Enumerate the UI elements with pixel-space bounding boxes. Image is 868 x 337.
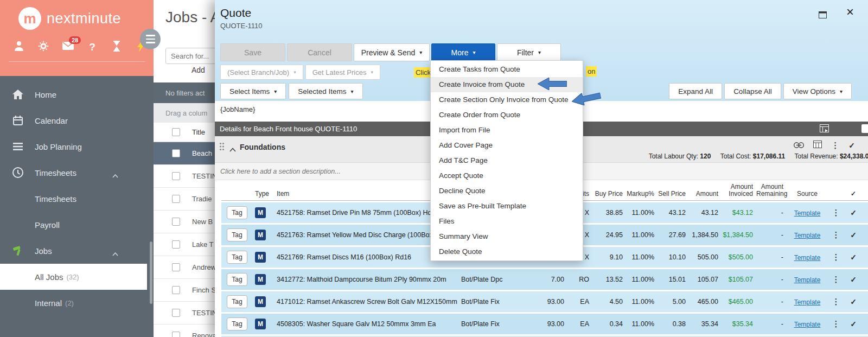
menu-item-create-tasks[interactable]: Create Tasks from Quote xyxy=(431,62,583,77)
table-row[interactable]: Tag M 4508305: Washer Square Galv M12 50… xyxy=(221,314,868,334)
tag-button[interactable]: Tag xyxy=(227,295,247,308)
tag-button[interactable]: Tag xyxy=(227,273,247,286)
table-row[interactable]: Tag M 3412772: Malthoid Dampcourse Bitum… xyxy=(221,269,868,290)
row-check-icon[interactable]: ✓ xyxy=(844,253,863,262)
table-row[interactable]: Tag M 4171012: Ramset Ankascrew Screw Bo… xyxy=(221,291,868,312)
source-template-link[interactable]: Template xyxy=(794,209,821,217)
source-template-link[interactable]: Template xyxy=(794,232,821,239)
sidebar-item-calendar[interactable]: Calendar xyxy=(0,107,154,133)
selected-items-button[interactable]: Selected Items▾ xyxy=(289,83,362,99)
tag-button[interactable]: Tag xyxy=(227,206,247,219)
menu-item-decline-quote[interactable]: Decline Quote xyxy=(431,183,583,199)
more-button[interactable]: More▾ xyxy=(431,43,495,61)
row-checkbox[interactable] xyxy=(172,149,180,157)
header-check-icon[interactable]: ✓ xyxy=(844,190,863,200)
source-template-link[interactable]: Template xyxy=(794,254,821,262)
sidebar-toggle-button[interactable] xyxy=(140,29,161,49)
row-checkbox[interactable] xyxy=(172,240,180,249)
row-checkbox[interactable] xyxy=(172,332,180,337)
select-items-button[interactable]: Select Items▾ xyxy=(220,83,286,99)
column-header-sell-price[interactable]: Sell Price xyxy=(658,190,689,200)
row-check-icon[interactable]: ✓ xyxy=(844,208,863,217)
row-checkbox[interactable] xyxy=(172,263,180,271)
row-menu-kebab-icon[interactable]: ⋮ xyxy=(828,275,844,284)
menu-item-create-section-only-invoice[interactable]: Create Section Only Invoice from Quote xyxy=(431,92,583,107)
sidebar-item-job-planning[interactable]: Job Planning xyxy=(0,133,154,160)
preview-send-button[interactable]: Preview & Send▾ xyxy=(354,43,430,61)
menu-item-summary-view[interactable]: Summary View xyxy=(431,229,583,244)
drag-handle-icon[interactable] xyxy=(219,142,225,153)
column-header-source[interactable]: Source xyxy=(787,190,828,200)
branch-job-select[interactable]: (Select Branch/Job)▾ xyxy=(220,65,303,80)
menu-item-add-cover-page[interactable]: Add Cover Page xyxy=(431,138,583,153)
collapse-all-button[interactable]: Collapse All xyxy=(724,83,781,99)
row-menu-kebab-icon[interactable]: ⋮ xyxy=(828,252,844,262)
gear-icon[interactable] xyxy=(37,41,49,54)
tag-button[interactable]: Tag xyxy=(227,317,247,330)
row-checkbox[interactable] xyxy=(172,172,180,180)
column-header-buy-price[interactable]: Buy Price xyxy=(593,190,626,200)
row-checkbox[interactable] xyxy=(172,286,180,294)
buy-price: 4.50 xyxy=(593,298,626,306)
row-menu-kebab-icon[interactable]: ⋮ xyxy=(828,230,844,240)
toolbar-icon-partial[interactable] xyxy=(861,124,868,133)
column-header-amount-remaining[interactable]: Amount Remaining xyxy=(756,183,787,200)
row-menu-kebab-icon[interactable]: ⋮ xyxy=(828,319,844,329)
close-icon[interactable]: × xyxy=(846,5,854,18)
qty: 93.00 xyxy=(539,320,569,328)
collapse-section-icon[interactable] xyxy=(229,144,236,154)
filter-button[interactable]: Filter▾ xyxy=(497,43,561,61)
row-check-icon[interactable]: ✓ xyxy=(844,297,863,306)
menu-item-files[interactable]: Files xyxy=(431,214,583,229)
user-icon[interactable] xyxy=(13,41,25,54)
row-checkbox[interactable] xyxy=(172,309,180,317)
help-icon[interactable]: ? xyxy=(86,41,98,53)
menu-item-delete-quote[interactable]: Delete Quote xyxy=(431,244,583,259)
save-button[interactable]: Save xyxy=(220,43,285,61)
row-check-icon[interactable]: ✓ xyxy=(844,231,863,239)
column-header-markup[interactable]: Markup% xyxy=(626,190,658,200)
tag-button[interactable]: Tag xyxy=(227,228,247,241)
export-table-icon[interactable] xyxy=(820,124,829,134)
sidebar-item-internal[interactable]: Internal (2) xyxy=(0,290,154,316)
column-header-title[interactable]: Title xyxy=(192,128,205,136)
sidebar-item-timesheets[interactable]: Timesheets xyxy=(0,160,154,186)
link-icon[interactable] xyxy=(794,141,804,150)
sidebar-item-jobs[interactable]: Jobs xyxy=(0,238,154,264)
menu-item-add-tc-page[interactable]: Add T&C Page xyxy=(431,153,583,168)
column-header-amount[interactable]: Amount xyxy=(689,190,722,200)
sidebar-scrollbar[interactable] xyxy=(150,241,152,304)
menu-item-create-order[interactable]: Create Order from Quote xyxy=(431,107,583,123)
row-check-icon[interactable]: ✓ xyxy=(844,320,863,328)
source-template-link[interactable]: Template xyxy=(794,276,821,284)
expand-all-button[interactable]: Expand All xyxy=(669,83,722,99)
get-latest-prices-select[interactable]: Get Latest Prices▾ xyxy=(305,65,380,80)
maximize-icon[interactable] xyxy=(819,11,827,21)
row-check-icon[interactable]: ✓ xyxy=(844,275,863,284)
select-all-checkbox[interactable] xyxy=(172,128,180,136)
view-options-button[interactable]: View Options▾ xyxy=(783,83,852,99)
row-checkbox[interactable] xyxy=(172,195,180,203)
add-button[interactable]: Add xyxy=(192,66,205,74)
tag-button[interactable]: Tag xyxy=(227,251,247,264)
source-template-link[interactable]: Template xyxy=(794,321,821,328)
column-header-type[interactable]: Type xyxy=(221,190,271,200)
hourglass-icon[interactable] xyxy=(111,41,123,54)
row-menu-kebab-icon[interactable]: ⋮ xyxy=(828,297,844,307)
sidebar-item-payroll[interactable]: Payroll xyxy=(0,212,154,238)
menu-item-import-from-file[interactable]: Import from File xyxy=(431,123,583,138)
mail-icon[interactable]: 28 xyxy=(62,42,74,52)
sidebar-item-all-jobs[interactable]: All Jobs (32) xyxy=(0,264,147,290)
menu-item-accept-quote[interactable]: Accept Quote xyxy=(431,168,583,183)
row-menu-kebab-icon[interactable]: ⋮ xyxy=(828,208,844,218)
section-menu-kebab-icon[interactable]: ⋮ xyxy=(831,141,839,150)
menu-item-save-prebuilt-template[interactable]: Save as Pre-built Template xyxy=(431,199,583,214)
source-template-link[interactable]: Template xyxy=(794,298,821,306)
row-checkbox[interactable] xyxy=(172,218,180,226)
sidebar-item-timesheets-sub[interactable]: Timesheets xyxy=(0,186,154,212)
spreadsheet-icon[interactable] xyxy=(813,141,822,150)
cancel-button[interactable]: Cancel xyxy=(287,43,352,61)
sidebar-item-home[interactable]: Home xyxy=(0,81,154,107)
section-check-icon[interactable]: ✓ xyxy=(848,141,855,150)
column-header-amount-invoiced[interactable]: Amount Invoiced xyxy=(722,183,756,200)
